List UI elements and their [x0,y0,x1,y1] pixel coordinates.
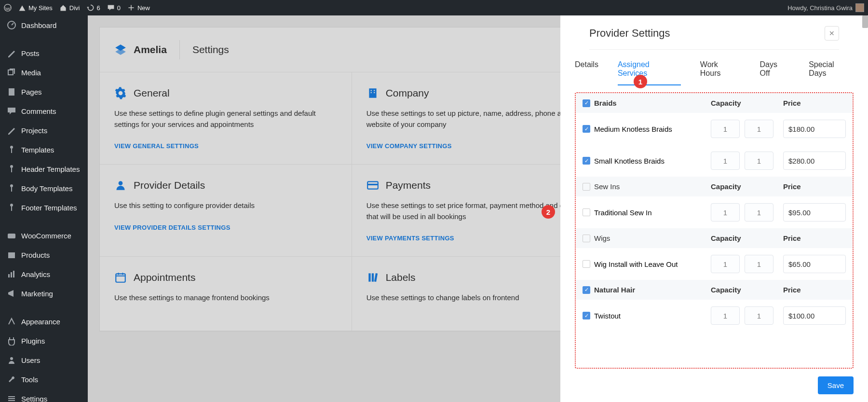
tab-assigned-services[interactable]: Assigned Services [618,60,681,85]
capacity-min-input[interactable] [711,203,740,222]
svg-rect-8 [8,252,15,258]
group-name: Wigs [594,234,610,242]
service-group-header: Natural Hair Capacity Price [576,280,853,300]
price-header: Price [783,234,846,242]
sidebar-marketing[interactable]: Marketing [0,284,88,303]
assigned-services-area: Braids Capacity Price Medium Knotless Br… [575,92,854,369]
capacity-min-input[interactable] [711,152,740,170]
service-row: Traditional Sew In [576,196,853,228]
sidebar-footer-templates[interactable]: Footer Templates [0,198,88,217]
svg-rect-10 [11,272,12,277]
new-content[interactable]: New [127,4,150,12]
group-checkbox[interactable] [583,99,590,107]
group-checkbox[interactable] [583,286,590,294]
capacity-max-input[interactable] [745,152,773,170]
service-checkbox[interactable] [583,157,590,165]
capacity-min-input[interactable] [711,120,740,138]
sidebar-header-templates[interactable]: Header Templates [0,159,88,179]
sidebar-users[interactable]: Users [0,350,88,370]
capacity-header: Capacity [711,182,783,191]
tab-work-hours[interactable]: Work Hours [700,60,741,85]
capacity-header: Capacity [711,99,783,107]
svg-point-4 [10,165,13,168]
service-name: Wig Install with Leave Out [594,260,678,268]
sidebar-woocommerce[interactable]: WooCommerce [0,226,88,245]
svg-point-5 [10,184,13,187]
service-name: Traditional Sew In [594,208,652,217]
sidebar-posts[interactable]: Posts [0,43,88,63]
sidebar-settings[interactable]: Settings [0,389,88,402]
price-input[interactable] [783,152,846,170]
svg-rect-11 [13,271,14,277]
service-row: Twistout [576,300,853,332]
service-checkbox[interactable] [583,208,590,216]
tab-details[interactable]: Details [575,60,598,85]
sidebar-analytics[interactable]: Analytics [0,264,88,284]
service-row: Wig Install with Leave Out [576,248,853,280]
tab-days-off[interactable]: Days Off [760,60,790,85]
sidebar-templates[interactable]: Templates [0,140,88,159]
capacity-header: Capacity [711,234,783,242]
service-name: Twistout [594,312,621,320]
service-group-header: Braids Capacity Price [576,93,853,113]
price-header: Price [783,182,846,191]
price-header: Price [783,286,846,294]
svg-rect-13 [8,396,15,397]
sidebar-body-templates[interactable]: Body Templates [0,179,88,198]
scrollbar-thumb[interactable] [862,15,868,28]
panel-tabs: Details Assigned Services Work Hours Day… [560,50,868,85]
price-input[interactable] [783,306,846,325]
service-row: Small Knotless Braids [576,145,853,177]
annotation-badge-1: 1 [634,75,647,88]
group-name: Braids [594,99,617,107]
tab-special-days[interactable]: Special Days [809,60,854,85]
price-header: Price [783,99,846,107]
price-input[interactable] [783,203,846,222]
sidebar-appearance[interactable]: Appearance [0,312,88,331]
sidebar-tools[interactable]: Tools [0,370,88,389]
provider-settings-panel: Provider Settings ✕ Details Assigned Ser… [560,15,868,402]
group-name: Natural Hair [594,286,635,294]
comments-count[interactable]: 0 [107,4,121,12]
service-checkbox[interactable] [583,312,590,319]
sidebar-pages[interactable]: Pages [0,82,88,101]
updates[interactable]: 6 [87,4,100,12]
service-name: Medium Knotless Braids [594,125,672,133]
price-input[interactable] [783,255,846,273]
service-checkbox[interactable] [583,260,590,268]
sidebar-products[interactable]: Products [0,245,88,264]
sidebar-projects[interactable]: Projects [0,121,88,140]
group-name: Sew Ins [594,182,620,191]
capacity-header: Capacity [711,286,783,294]
sidebar-media[interactable]: Media [0,63,88,82]
my-sites[interactable]: My Sites [18,4,53,12]
service-name: Small Knotless Braids [594,157,665,165]
capacity-max-input[interactable] [745,255,773,273]
sidebar-comments[interactable]: Comments [0,101,88,121]
capacity-max-input[interactable] [745,120,773,138]
howdy[interactable]: Howdy, Christina Gwira [787,3,864,12]
service-group-header: Wigs Capacity Price [576,228,853,248]
wp-logo[interactable] [4,4,12,12]
svg-rect-15 [8,400,15,401]
svg-point-12 [10,357,13,360]
sidebar-plugins[interactable]: Plugins [0,331,88,350]
close-button[interactable]: ✕ [825,26,839,41]
site-name[interactable]: Divi [59,4,80,12]
svg-rect-2 [9,88,14,96]
svg-point-6 [10,204,13,207]
service-group-header: Sew Ins Capacity Price [576,177,853,196]
svg-rect-9 [8,274,10,277]
price-input[interactable] [783,120,846,138]
group-checkbox[interactable] [583,183,590,191]
save-button[interactable]: Save [818,376,854,394]
annotation-badge-2: 2 [542,205,555,219]
service-checkbox[interactable] [583,125,590,133]
sidebar-dashboard[interactable]: Dashboard [0,15,88,35]
group-checkbox[interactable] [583,235,590,242]
capacity-min-input[interactable] [711,306,740,325]
capacity-max-input[interactable] [745,203,773,222]
panel-title: Provider Settings [589,27,670,40]
capacity-min-input[interactable] [711,255,740,273]
capacity-max-input[interactable] [745,306,773,325]
